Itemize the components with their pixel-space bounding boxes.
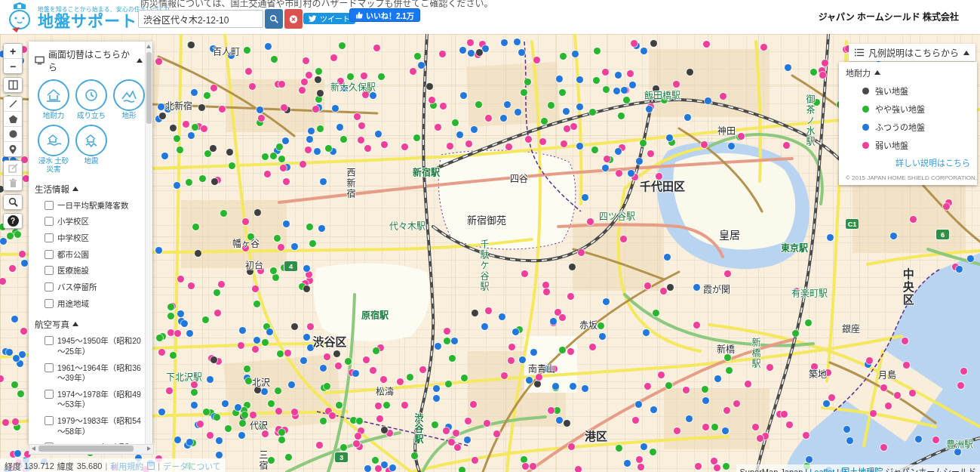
zoom-in-button[interactable]: + — [4, 44, 22, 59]
edit-button[interactable] — [4, 161, 22, 176]
layer-checkbox[interactable] — [45, 233, 54, 242]
legend-title[interactable]: 地耐力 — [846, 66, 970, 79]
about-data-link[interactable]: データについて — [163, 460, 221, 472]
list-icon — [855, 48, 864, 57]
help-button[interactable]: ? — [4, 214, 22, 228]
house-icon — [45, 87, 62, 103]
layer-checkbox[interactable] — [45, 336, 54, 345]
legend-item: ふつうの地盤 — [846, 121, 970, 133]
scroll-right-arrow[interactable] — [147, 446, 151, 451]
layer-checkbox-item[interactable]: 一日平均駅乗降客数 — [45, 201, 143, 211]
layer-checkbox[interactable] — [45, 266, 54, 275]
ground-strength-dot — [518, 49, 525, 56]
layer-checkbox-item[interactable]: 医療施設 — [45, 266, 143, 276]
tweet-button[interactable]: ツイート — [303, 13, 355, 24]
drop-pin-button[interactable] — [4, 142, 22, 156]
collapse-arrow-icon — [72, 187, 78, 191]
layer-checkbox-item[interactable]: 1979～1983年（昭和54～58年） — [45, 416, 143, 437]
ground-strength-dot — [257, 106, 263, 113]
map-place-label: 下北沢駅 — [166, 373, 202, 384]
measure-line-button[interactable] — [4, 97, 22, 112]
ground-strength-dot — [552, 383, 559, 390]
ground-strength-dot — [435, 124, 441, 131]
legend-toggle-header[interactable]: 凡例説明はこちらから — [849, 44, 975, 61]
mode-ground-strength[interactable]: 地耐力 — [35, 79, 72, 120]
ground-strength-dot — [198, 104, 205, 111]
mode-earthquake[interactable]: 地震 — [72, 125, 110, 174]
scrollbar-thumb[interactable] — [38, 446, 134, 452]
ground-strength-dot — [576, 143, 583, 150]
ground-strength-dot — [288, 381, 295, 388]
scrollbar-thumb[interactable] — [146, 52, 152, 124]
layer-checkbox-item[interactable]: 1945～1950年（昭和20～25年） — [45, 336, 143, 356]
leaflet-link[interactable]: Leaflet — [809, 467, 834, 472]
mode-history[interactable]: 成り立ち — [72, 79, 110, 120]
ground-strength-dot — [218, 281, 225, 288]
ground-strength-dot — [465, 418, 472, 424]
panel-vertical-scrollbar[interactable] — [145, 42, 152, 444]
split-view-button[interactable] — [4, 78, 22, 92]
ground-strength-dot — [219, 106, 226, 113]
layer-checkbox[interactable] — [45, 390, 54, 399]
layer-checkbox-item[interactable]: バス停留所 — [45, 282, 143, 293]
section-life-info: 生活情報 一日平均駅乗降客数小学校区中学校区都市公園医療施設バス停留所用途地域 — [35, 183, 143, 309]
layer-checkbox-item[interactable]: 中学校区 — [45, 233, 143, 244]
layer-checkbox-item[interactable]: 小学校区 — [45, 217, 143, 227]
layer-checkbox-item[interactable]: 1974～1978年（昭和49～53年） — [45, 390, 143, 410]
layer-checkbox[interactable] — [45, 299, 54, 308]
gsi-link[interactable]: 国土地理院 — [841, 467, 883, 472]
ground-strength-dot — [714, 375, 721, 382]
zoom-out-button[interactable]: − — [4, 59, 22, 73]
legend-color-dot — [862, 124, 869, 131]
mode-terrain[interactable]: 地形 — [110, 79, 148, 120]
map-search-button[interactable] — [4, 195, 22, 209]
ground-strength-dot — [305, 147, 312, 153]
ground-strength-dot — [375, 131, 382, 137]
scroll-up-arrow[interactable] — [146, 45, 151, 48]
address-search-input[interactable] — [138, 10, 263, 28]
search-icon — [269, 14, 278, 24]
layer-checkbox-item[interactable]: 用途地域 — [45, 299, 143, 310]
ground-strength-dot — [191, 389, 198, 396]
ground-strength-dot — [250, 412, 257, 418]
map-place-label: 南青山 — [528, 365, 555, 375]
ground-strength-dot — [244, 47, 250, 54]
section-header[interactable]: 航空写真 — [35, 318, 143, 330]
search-submit-button[interactable] — [265, 9, 283, 29]
search-clear-button[interactable] — [284, 9, 303, 29]
draw-polygon-button[interactable] — [4, 112, 22, 127]
layer-checkbox[interactable] — [45, 363, 54, 372]
ground-strength-dot — [166, 387, 173, 394]
map-place-label: 御茶ノ水駅 — [803, 94, 814, 147]
ground-strength-dot — [650, 449, 656, 455]
ground-strength-dot — [210, 145, 217, 152]
map-place-label: 千駄ケ谷駅 — [478, 239, 488, 292]
ground-strength-dot — [653, 310, 659, 316]
map-place-label: 飯田橋駅 — [644, 91, 680, 102]
scroll-left-arrow[interactable] — [32, 446, 35, 451]
ground-strength-dot — [575, 466, 582, 472]
layer-checkbox-item[interactable]: 1961～1964年（昭和36～39年） — [45, 363, 143, 384]
collapse-arrow-icon — [137, 58, 143, 63]
draw-circle-button[interactable] — [4, 127, 22, 142]
panel-horizontal-scrollbar[interactable] — [29, 444, 154, 455]
layer-checkbox[interactable] — [45, 250, 54, 259]
delete-button[interactable] — [4, 176, 22, 190]
help-icon: ? — [8, 215, 19, 227]
screen-switch-header[interactable]: 画面切替はこちらから — [35, 46, 143, 79]
layer-checkbox-item[interactable]: 都市公園 — [45, 250, 143, 261]
section-header[interactable]: 生活情報 — [35, 183, 143, 195]
layer-checkbox[interactable] — [45, 282, 54, 292]
map-place-label: 東京駅 — [781, 244, 808, 255]
legend-detail-link[interactable]: 詳しい説明はこちら — [846, 156, 970, 168]
map-canvas[interactable]: 百人町北新宿新大久保駅西新宿新宿駅四谷新宿御苑代々木駅千駄ケ谷駅原宿駅渋谷区松濤… — [0, 34, 980, 472]
layer-checkbox[interactable] — [45, 416, 54, 425]
mode-flood[interactable]: 浸水 土砂災害 — [35, 125, 72, 174]
terms-link[interactable]: 利用規約 — [110, 460, 143, 472]
facebook-like-button[interactable]: いいね！2.1万 — [349, 8, 420, 22]
trash-icon — [9, 178, 17, 188]
legend-item-label: やや強い地盤 — [875, 103, 925, 115]
ground-strength-dot — [272, 274, 279, 281]
layer-checkbox[interactable] — [45, 201, 54, 210]
layer-checkbox[interactable] — [45, 217, 54, 226]
